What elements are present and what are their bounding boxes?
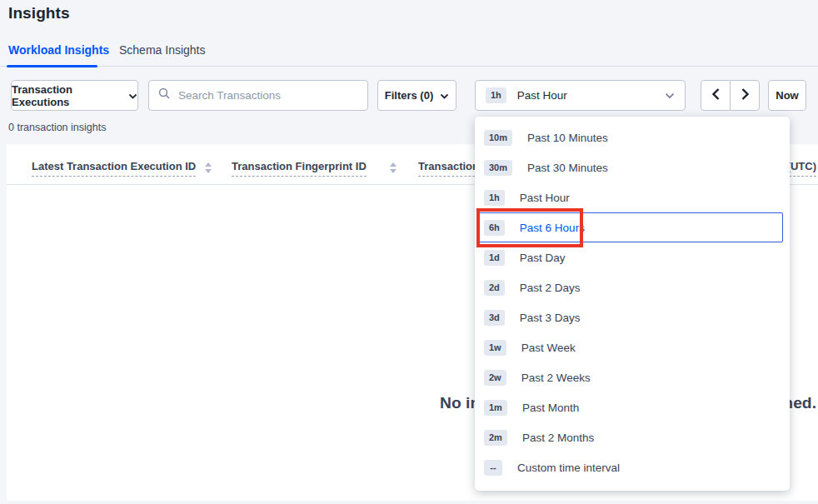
chevron-down-icon [440, 89, 449, 102]
time-option-past-week[interactable]: 1w Past Week [475, 332, 790, 362]
tab-workload-insights-label: Workload Insights [8, 43, 109, 57]
time-interval-select[interactable]: 1h Past Hour [475, 80, 686, 111]
chevron-left-icon [711, 87, 721, 104]
insights-page: Insights Workload Insights Schema Insigh… [0, 0, 818, 504]
tab-workload-insights[interactable]: Workload Insights [8, 33, 109, 67]
time-option-past-30-minutes[interactable]: 30m Past 30 Minutes [475, 152, 790, 182]
time-option-past-2-weeks[interactable]: 2w Past 2 Weeks [475, 362, 790, 392]
chevron-down-icon [665, 89, 675, 102]
tab-schema-insights[interactable]: Schema Insights [119, 33, 206, 67]
page-title: Insights [8, 4, 70, 22]
time-option-past-3-days[interactable]: 3d Past 3 Days [475, 302, 790, 332]
tab-schema-insights-label: Schema Insights [119, 43, 206, 57]
column-header-transaction-fingerprint-id[interactable]: Transaction Fingerprint ID [232, 160, 367, 172]
chevron-down-icon [128, 89, 137, 102]
previous-interval-button[interactable] [701, 80, 731, 111]
time-interval-badge: 1h [486, 87, 506, 103]
filters-button[interactable]: Filters (0) [377, 80, 456, 111]
insights-count: 0 transaction insights [8, 122, 106, 133]
time-option-past-2-days[interactable]: 2d Past 2 Days [475, 272, 790, 302]
time-option-custom-time-interval[interactable]: -- Custom time interval [475, 452, 790, 482]
view-type-label: Transaction Executions [12, 83, 121, 108]
search-box[interactable] [148, 80, 368, 111]
now-button[interactable]: Now [768, 80, 806, 111]
sort-icon[interactable] [205, 162, 212, 173]
time-nav-group [701, 80, 760, 111]
time-option-past-month[interactable]: 1m Past Month [475, 392, 790, 422]
search-icon [158, 87, 171, 103]
column-header-latest-transaction-execution-id[interactable]: Latest Transaction Execution ID [32, 160, 196, 172]
time-option-past-6-hours[interactable]: 6h Past 6 Hours [477, 212, 783, 242]
time-option-past-2-months[interactable]: 2m Past 2 Months [475, 422, 790, 452]
time-option-past-10-minutes[interactable]: 10m Past 10 Minutes [475, 122, 790, 152]
time-interval-dropdown: 10m Past 10 Minutes 30m Past 30 Minutes … [475, 117, 790, 491]
search-input[interactable] [178, 89, 358, 102]
tab-bar: Workload Insights Schema Insights [0, 33, 818, 67]
view-type-select[interactable]: Transaction Executions [11, 80, 138, 111]
next-interval-button[interactable] [730, 80, 760, 111]
sort-icon[interactable] [390, 162, 397, 173]
active-tab-indicator [7, 65, 97, 67]
now-button-label: Now [776, 89, 798, 102]
time-option-past-hour[interactable]: 1h Past Hour [475, 182, 790, 212]
time-interval-label: Past Hour [517, 89, 567, 102]
chevron-right-icon [741, 87, 750, 104]
time-option-past-day[interactable]: 1d Past Day [475, 242, 790, 272]
filters-label: Filters (0) [385, 89, 434, 102]
